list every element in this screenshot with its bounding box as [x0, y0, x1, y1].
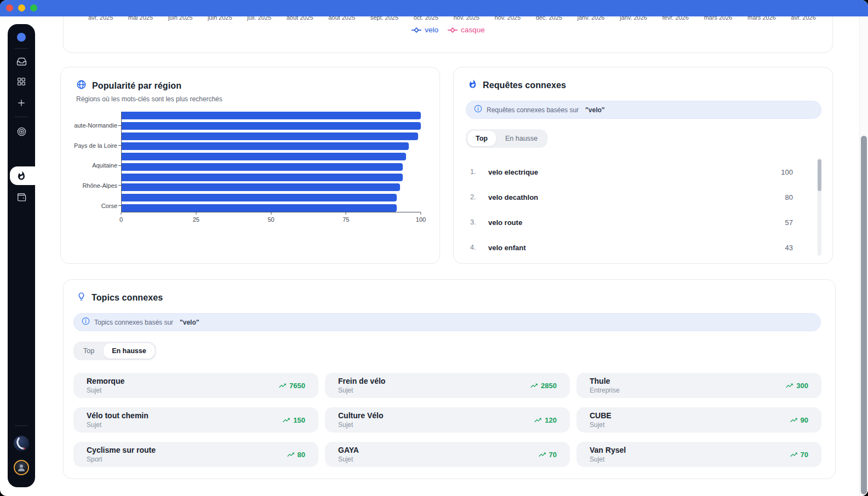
dashboard-grid-icon[interactable] [8, 73, 35, 90]
related-topics-card: Topics connexes Topics connexes basés su… [63, 279, 836, 479]
topic-type: Sujet [338, 421, 383, 429]
query-value: 80 [785, 193, 793, 201]
topic-value: 70 [549, 451, 557, 459]
query-label: velo route [488, 218, 785, 227]
queries-scrollbar-track[interactable] [818, 158, 821, 256]
queries-card-title: Requêtes connexes [483, 80, 566, 90]
main-scrollbar-thumb[interactable] [861, 136, 867, 494]
x-tick-label: 25 [193, 216, 199, 223]
inbox-icon[interactable] [8, 53, 35, 70]
query-row[interactable]: 3.velo route57 [454, 210, 832, 235]
plus-icon[interactable] [8, 94, 35, 112]
topic-value: 2850 [541, 382, 557, 390]
trending-up-icon [538, 451, 546, 459]
topic-trend-value: 70 [538, 451, 557, 459]
topic-card[interactable]: Van RyselSujet70 [576, 442, 821, 467]
topic-info: CUBESujet [590, 411, 612, 429]
region-popularity-card: Popularité par région Régions où les mot… [60, 67, 440, 264]
trend-legend: velocasque [64, 26, 832, 34]
flame-icon[interactable] [8, 167, 35, 184]
sidebar [8, 24, 35, 487]
topic-value: 90 [801, 416, 808, 424]
x-tick-label: 0 [119, 216, 123, 223]
topic-trend-value: 7650 [278, 382, 305, 390]
queries-tab-top[interactable]: Top [467, 131, 496, 146]
query-label: velo decathlon [488, 193, 785, 201]
topic-type: Sujet [87, 421, 149, 429]
topics-tab-top[interactable]: Top [75, 343, 102, 359]
topic-info: Frein de véloSujet [338, 377, 385, 394]
legend-item-casque[interactable]: casque [447, 26, 485, 34]
topic-trend-value: 80 [287, 451, 305, 459]
region-card-subtitle: Régions où les mots-clés sont les plus r… [76, 95, 222, 103]
topic-info: Vélo tout cheminSujet [87, 411, 149, 429]
topic-name: CUBE [590, 411, 612, 420]
trending-up-icon [530, 382, 538, 390]
query-rank: 1. [470, 168, 488, 176]
query-rank: 3. [470, 218, 488, 226]
topics-tabs: TopEn hausse [73, 342, 156, 360]
topic-card[interactable]: ThuleEntreprise300 [576, 373, 821, 398]
trending-up-icon [282, 416, 290, 424]
topic-value: 70 [801, 451, 808, 459]
legend-label: casque [461, 26, 485, 34]
topic-card[interactable]: CUBESujet90 [576, 407, 821, 432]
zoom-window-button[interactable] [30, 4, 37, 11]
related-queries-card: Requêtes connexes Requêtes connexes basé… [453, 67, 833, 264]
region-chart-x-axis: 0255075100 [121, 212, 421, 224]
region-bar [122, 163, 403, 171]
topic-name: Vélo tout chemin [87, 411, 149, 420]
topics-banner-keyword: "velo" [180, 319, 199, 326]
app-sphere-icon[interactable] [8, 434, 35, 453]
user-avatar[interactable] [8, 458, 35, 477]
target-icon[interactable] [8, 123, 35, 140]
app-logo-dot[interactable] [17, 33, 26, 42]
topic-card[interactable]: RemorqueSujet7650 [73, 373, 318, 398]
x-tick-label: 50 [267, 216, 274, 223]
topic-name: Thule [590, 377, 620, 385]
wallet-icon[interactable] [8, 188, 35, 206]
region-bar [122, 122, 421, 130]
topic-card[interactable]: Cyclisme sur routeSport80 [73, 442, 318, 467]
topic-type: Sujet [338, 455, 359, 463]
trending-up-icon [790, 416, 798, 424]
minimize-window-button[interactable] [18, 4, 25, 11]
trending-up-icon [785, 382, 793, 390]
topics-grid: RemorqueSujet7650Frein de véloSujet2850T… [73, 373, 821, 467]
region-bar [122, 112, 421, 119]
legend-item-velo[interactable]: velo [411, 26, 438, 34]
query-label: velo electrique [488, 168, 781, 176]
topic-name: Van Rysel [590, 446, 626, 454]
topic-type: Entreprise [590, 387, 620, 394]
region-y-label: Corse [101, 203, 121, 209]
main-scrollbar-track[interactable] [859, 16, 868, 496]
topic-type: Sujet [87, 387, 124, 394]
region-y-label: Pays de la Loire [74, 142, 121, 149]
query-value: 57 [785, 218, 793, 227]
topic-type: Sujet [590, 421, 612, 429]
query-row[interactable]: 2.velo decathlon80 [454, 184, 832, 210]
region-bar-chart [121, 112, 421, 212]
topic-value: 7650 [289, 382, 305, 390]
legend-marker-icon [447, 27, 458, 33]
region-y-label: aute-Normandie [74, 122, 121, 129]
query-row[interactable]: 1.velo electrique100 [454, 159, 832, 184]
topics-tab-en-hausse[interactable]: En hausse [104, 343, 155, 359]
topic-card[interactable]: Vélo tout cheminSujet150 [73, 407, 318, 432]
close-window-button[interactable] [6, 4, 13, 11]
region-y-label-text: Pays de la Loire [74, 142, 117, 149]
topic-info: RemorqueSujet [87, 377, 124, 394]
region-bar [122, 194, 397, 201]
topic-card[interactable]: GAYASujet70 [325, 442, 570, 467]
topic-trend-value: 70 [790, 451, 808, 459]
queries-scrollbar-thumb[interactable] [818, 159, 821, 191]
x-tick-label: 75 [342, 216, 349, 223]
topic-name: GAYA [338, 446, 359, 454]
topic-card[interactable]: Culture VéloSujet120 [325, 407, 570, 432]
query-row[interactable]: 4.velo enfant43 [454, 235, 832, 260]
flame-icon [468, 79, 477, 91]
sidebar-divider [15, 425, 28, 426]
queries-tab-en-hausse[interactable]: En hausse [497, 131, 546, 146]
topic-card[interactable]: Frein de véloSujet2850 [325, 373, 570, 398]
topics-card-title: Topics connexes [92, 293, 163, 303]
